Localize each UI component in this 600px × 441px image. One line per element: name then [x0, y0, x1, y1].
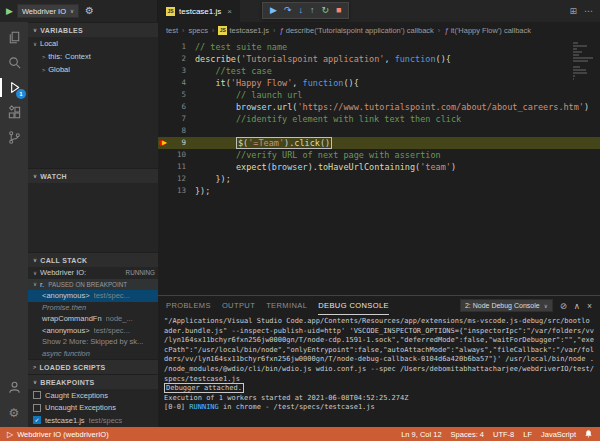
line-number: 3 [171, 65, 186, 77]
breakpoint-row[interactable]: Uncaught Exceptions [28, 402, 158, 415]
console-line: /node_modules/@wdio/cli/bin/wdio.js wdio… [164, 365, 594, 375]
run-and-debug-icon[interactable]: 1 [0, 75, 28, 100]
debug-launch-bar: ▶ Webdriver IO ∨ ⚙ [0, 0, 158, 22]
twisty-icon: > [42, 67, 45, 73]
code-line: 4 it('Happy Flow', function(){ [158, 77, 600, 89]
clear-console-icon[interactable]: ⊘ [560, 301, 567, 311]
call-stack-row[interactable]: wrapCommandFnnode_... [28, 313, 158, 325]
step-over-button[interactable]: ↷ [284, 6, 292, 15]
call-stack-section-header[interactable]: ∨ CALL STACK [28, 252, 158, 267]
code-line: ▶9 $('=Team').click() [158, 137, 600, 149]
console-line: "/Applications/Visual Studio Code.app/Co… [164, 317, 594, 327]
call-stack-row[interactable]: Show 2 More: Skipped by sk... [28, 336, 158, 348]
stop-button[interactable]: ■ [336, 6, 341, 15]
code-text: $('=Team').click() [195, 137, 332, 149]
close-panel-icon[interactable]: × [587, 301, 592, 311]
split-editor-icon[interactable]: ⊞ [569, 6, 577, 16]
gear-icon[interactable]: ⚙ [85, 6, 94, 16]
call-stack-row[interactable]: ∨Webdriver IO:RUNNING [28, 267, 158, 279]
status-item[interactable]: UTF-8 [493, 430, 514, 439]
console-line: Debugger attached. [164, 384, 594, 394]
tab-testcase1[interactable]: JS testcase1.js × [158, 0, 241, 22]
minimap-line [573, 75, 575, 77]
watch-section-header[interactable]: ∨ WATCH [28, 168, 158, 183]
checkbox[interactable]: ✓ [33, 416, 41, 424]
panel-tab-debug-console[interactable]: DEBUG CONSOLE [318, 296, 389, 315]
console-line: [0-0] RUNNING in chrome - /test/specs/te… [164, 403, 594, 413]
status-item[interactable]: LF [523, 430, 532, 439]
code-editor[interactable]: 1// test suite name2describe('Tutorialsp… [158, 38, 600, 295]
activity-bar-bottom: ⚙ [0, 375, 28, 427]
checkbox[interactable] [33, 391, 41, 399]
breadcrumb-item[interactable]: test [166, 26, 178, 35]
breadcrumb-separator: › [273, 27, 275, 34]
restart-button[interactable]: ↻ [321, 6, 329, 15]
breadcrumb-label: it('Happy Flow') callback [451, 26, 531, 35]
breakpoint-row[interactable]: Caught Exceptions [28, 389, 158, 402]
line-number: 1 [171, 41, 186, 53]
variable-row[interactable]: ∨Local [28, 37, 158, 50]
breadcrumb-item[interactable]: ƒit('Happy Flow') callback [444, 26, 531, 35]
call-stack-row[interactable]: <anonymous>test/spec... [28, 290, 158, 302]
step-out-button[interactable]: ↑ [310, 6, 315, 15]
status-item[interactable]: JavaScript [541, 430, 576, 439]
call-stack-row[interactable]: <anonymous>test/spec... [28, 325, 158, 337]
debug-console-selector[interactable]: 2: Node Debug Console ∨ [460, 299, 553, 312]
variable-row[interactable]: >Global [28, 63, 158, 76]
status-item[interactable]: Spaces: 4 [451, 430, 484, 439]
search-icon[interactable] [0, 50, 28, 75]
line-number: 2 [171, 53, 186, 65]
breakpoints-section-header[interactable]: ∨ BREAKPOINTS [28, 374, 158, 389]
debug-status-item[interactable]: ▷ Webdriver IO (webdriverIO) [7, 430, 109, 439]
panel-tab-output[interactable]: OUTPUT [222, 296, 255, 315]
notifications-bell-icon[interactable] [584, 429, 593, 439]
source-control-icon[interactable] [0, 125, 28, 150]
breadcrumb-item[interactable]: JStestcase1.js [218, 26, 269, 35]
step-into-button[interactable]: ↓ [298, 6, 303, 15]
variables-section-header[interactable]: ∨ VARIABLES [28, 22, 158, 37]
maximize-panel-icon[interactable]: ∧ [574, 301, 580, 311]
line-number: 12 [171, 173, 186, 185]
extensions-icon[interactable] [0, 100, 28, 125]
gutter-glyph[interactable] [158, 101, 171, 113]
status-badge: PAUSED ON BREAKPOINT [48, 281, 127, 288]
panel-tab-problems[interactable]: PROBLEMS [166, 296, 211, 315]
settings-gear-icon[interactable]: ⚙ [0, 400, 28, 425]
gutter-glyph[interactable] [158, 77, 171, 89]
gutter-glyph[interactable] [158, 125, 171, 137]
continue-button[interactable]: ▶ [270, 6, 277, 15]
paused-breakpoint-glyph[interactable]: ▶ [158, 137, 171, 149]
section-title: BREAKPOINTS [40, 379, 94, 386]
accounts-icon[interactable] [0, 375, 28, 400]
explorer-icon[interactable] [0, 25, 28, 50]
gutter-glyph[interactable] [158, 113, 171, 125]
gutter-glyph[interactable] [158, 65, 171, 77]
variable-row[interactable]: >this:Context [28, 50, 158, 63]
call-stack-row[interactable]: async function [28, 348, 158, 360]
call-stack-row[interactable]: ∨r.PAUSED ON BREAKPOINT [28, 279, 158, 291]
panel-tab-terminal[interactable]: TERMINAL [266, 296, 307, 315]
debug-config-dropdown[interactable]: Webdriver IO ∨ [17, 4, 79, 18]
more-actions-icon[interactable]: ⋯ [584, 6, 593, 16]
gutter-glyph[interactable] [158, 41, 171, 53]
status-right-items: Ln 9, Col 12Spaces: 4UTF-8LFJavaScript [401, 430, 576, 439]
gutter-glyph[interactable] [158, 53, 171, 65]
gutter-glyph[interactable] [158, 89, 171, 101]
checkbox[interactable] [33, 404, 41, 412]
breadcrumb-label: test [166, 26, 178, 35]
gutter-glyph[interactable] [158, 185, 171, 197]
gutter-glyph[interactable] [158, 161, 171, 173]
close-icon[interactable]: × [227, 7, 232, 16]
gutter-glyph[interactable] [158, 173, 171, 185]
panel-header: PROBLEMSOUTPUTTERMINALDEBUG CONSOLE 2: N… [158, 296, 600, 315]
breadcrumb-item[interactable]: ƒdescribe('Tutorialspoint application') … [279, 26, 434, 35]
breadcrumb-item[interactable]: specs [188, 26, 208, 35]
status-item[interactable]: Ln 9, Col 12 [401, 430, 441, 439]
debug-console-output[interactable]: "/Applications/Visual Studio Code.app/Co… [158, 315, 600, 427]
breakpoint-row[interactable]: ✓testcase1.jstest/specs [28, 414, 158, 427]
call-stack-row[interactable]: Promise.then [28, 302, 158, 314]
gutter-glyph[interactable] [158, 149, 171, 161]
start-debugging-icon[interactable]: ▶ [6, 7, 13, 16]
minimap[interactable] [573, 42, 595, 81]
loaded-scripts-section-header[interactable]: > LOADED SCRIPTS [28, 359, 158, 374]
